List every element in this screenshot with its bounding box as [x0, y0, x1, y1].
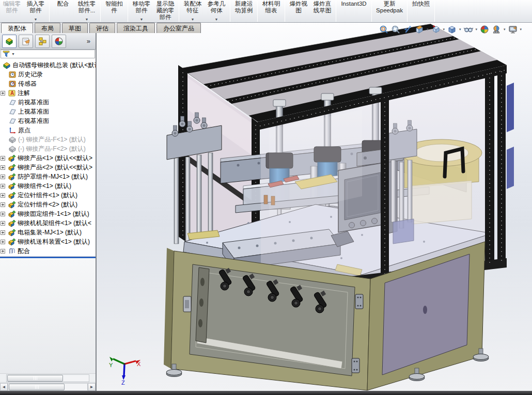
featuremanager-tree-icon[interactable]	[2, 35, 17, 48]
tree-item[interactable]: (-) 铆接产品-F<2> (默认)	[0, 144, 96, 153]
tree-item[interactable]: 前视基准面	[0, 98, 96, 107]
ribbon-button-update-speedpak[interactable]: 更新Speedpak	[373, 0, 405, 23]
apply-scene-icon[interactable]	[491, 24, 502, 35]
tree-item-label: 定位针组件<2> (默认)	[18, 200, 77, 209]
tree-item[interactable]: 历史记录	[0, 70, 96, 79]
tree-item-label: 铆接机送料装置<1> (默认)	[18, 238, 90, 246]
ribbon-button-explode-line-sketch[interactable]: 爆炸直线草图	[310, 0, 334, 23]
ribbon-button-exploded-view[interactable]: 爆炸视图	[287, 0, 310, 23]
tree-expander[interactable]	[1, 193, 5, 198]
tree-item[interactable]: 上视基准面	[0, 107, 96, 116]
tree-item[interactable]: 自动镙母铆接机总装 (默认<默认	[0, 60, 96, 70]
feature-manager-panel: » ▼ 自动镙母铆接机总装 (默认<默认历史记录传感器A注解前视基准面上视基准面…	[0, 33, 96, 391]
ribbon-button-smart-fasteners[interactable]: 智能扣件	[102, 0, 126, 23]
displaymanager-icon[interactable]	[52, 35, 66, 48]
tree-item[interactable]: A注解	[0, 88, 96, 98]
zoom-to-area-icon[interactable]	[390, 24, 401, 35]
dropdown-arrow-icon[interactable]: ▾	[520, 27, 523, 31]
tree-item[interactable]: (-) 铆接产品-F<1> (默认)	[0, 135, 96, 144]
tab-草图[interactable]: 草图	[62, 23, 88, 33]
tree-item[interactable]: 定位针组件<1> (默认)	[0, 191, 96, 200]
tab-办公室产品[interactable]: 办公室产品	[157, 23, 201, 33]
dropdown-arrow-icon[interactable]: ▾	[443, 27, 446, 31]
dropdown-arrow-icon[interactable]: ▾	[503, 27, 506, 31]
assembly-root-icon	[3, 61, 11, 69]
edit-appearance-icon[interactable]	[479, 24, 490, 35]
tree-item[interactable]: 配合	[0, 246, 96, 256]
tab-装配体[interactable]: 装配体	[1, 23, 33, 33]
ribbon-button-new-motion-study[interactable]: 新建运动算例	[232, 0, 256, 23]
display-style-icon[interactable]	[447, 24, 457, 35]
tree-item[interactable]: 铆接固定组件-1<1> (默认)	[0, 209, 96, 218]
tree-expander[interactable]	[1, 175, 5, 179]
tree-expander[interactable]	[1, 212, 5, 216]
tab-评估[interactable]: 评估	[89, 23, 115, 33]
tree-horizontal-scrollbar[interactable]	[0, 373, 96, 382]
tree-expander[interactable]	[1, 202, 5, 207]
tree-expander[interactable]	[1, 165, 5, 170]
tree-item-label: 上视基准面	[18, 107, 49, 116]
ribbon-separator	[257, 1, 258, 22]
previous-view-icon[interactable]	[402, 24, 413, 35]
hide-show-items-icon[interactable]	[463, 24, 474, 35]
dropdown-arrow-icon[interactable]: ▾	[475, 27, 478, 31]
dropdown-arrow-icon[interactable]: ▾	[459, 27, 462, 31]
tree-item[interactable]: 防护罩组件-MJ<1> (默认)	[0, 172, 96, 181]
ribbon-separator	[285, 1, 285, 22]
tree-item[interactable]: 右视基准面	[0, 116, 96, 125]
tree-item-label: 配合	[18, 247, 30, 256]
tree-item-label: 传感器	[18, 80, 37, 88]
tree-filter[interactable]: ▼	[1, 50, 95, 58]
3d-viewport[interactable]: ▾ ▾ ▾ ▾ ▾ ▾	[96, 23, 532, 391]
ribbon-button-show-hidden-components[interactable]: 显示隐藏的零部件	[153, 0, 177, 23]
ribbon-button-move-component[interactable]: 移动零部件▼	[130, 0, 153, 23]
tree-item[interactable]: 铆接产品<1> (默认<<默认>	[0, 153, 96, 163]
scrollbar-thumb[interactable]	[7, 375, 63, 382]
ribbon-button-reference-geometry[interactable]: 参考几何体▼	[205, 0, 228, 23]
tab-渲染工具[interactable]: 渲染工具	[117, 23, 155, 33]
tree-expander[interactable]	[1, 156, 5, 161]
tree-item[interactable]: 原点	[0, 125, 96, 135]
tree-item[interactable]: 铆接组件<1> (默认)	[0, 181, 96, 191]
dropdown-arrow-icon[interactable]: ▾	[426, 27, 429, 31]
ribbon-button-linear-component-pattern[interactable]: 线性零部件...▼	[75, 0, 99, 23]
zoom-to-fit-icon[interactable]	[379, 24, 389, 35]
feature-tree: 自动镙母铆接机总装 (默认<默认历史记录传感器A注解前视基准面上视基准面右视基准…	[0, 58, 96, 256]
ribbon-separator	[49, 1, 50, 22]
section-view-icon[interactable]	[414, 24, 425, 35]
scroll-right-arrow[interactable]: ►	[88, 383, 96, 391]
tree-item-label: 铆接产品<2> (默认<<默认>	[18, 163, 92, 172]
tree-item[interactable]: 定位针组件<2> (默认)	[0, 200, 96, 209]
ribbon-separator	[230, 1, 230, 22]
scrollbar-thumb[interactable]	[9, 384, 65, 390]
tree-item-label: 注解	[18, 89, 30, 98]
tree-item[interactable]: 铆接机机架组件<1> (默认<	[0, 218, 96, 228]
ribbon-button-take-snapshot[interactable]: 拍快照	[409, 0, 433, 23]
tree-expander[interactable]	[1, 240, 5, 244]
view-settings-icon[interactable]	[508, 24, 518, 35]
panel-horizontal-scrollbar[interactable]: ◄ ►	[0, 382, 96, 391]
panel-expand-chevron[interactable]: »	[87, 37, 93, 45]
ribbon-button-instant3d[interactable]: Instant3D	[338, 0, 370, 23]
tree-expander[interactable]	[1, 221, 5, 226]
ribbon-button-mate[interactable]: 配合	[51, 0, 75, 23]
part-gray-icon	[8, 145, 17, 153]
tree-item[interactable]: 传感器	[0, 79, 96, 88]
tree-expander[interactable]	[1, 230, 5, 235]
propertymanager-icon[interactable]	[19, 35, 33, 48]
tree-expander[interactable]	[1, 91, 5, 96]
tree-item[interactable]: 铆接产品<2> (默认<<默认>	[0, 163, 96, 172]
tree-item[interactable]: 铆接机送料装置<1> (默认)	[0, 237, 96, 246]
tab-布局[interactable]: 布局	[35, 23, 60, 33]
ribbon-button-bill-of-materials[interactable]: 材料明细表	[259, 0, 283, 23]
filter-dropdown-arrow[interactable]: ▼	[11, 52, 15, 56]
tree-expander[interactable]	[1, 184, 5, 188]
ribbon-button-insert-components[interactable]: 插入零部件▼	[24, 0, 48, 23]
tree-expander[interactable]	[1, 249, 5, 254]
tree-item[interactable]: 电箱集装-MJ<1> (默认)	[0, 228, 96, 237]
subassembly-icon	[8, 164, 17, 171]
scroll-left-arrow[interactable]: ◄	[0, 383, 8, 391]
configurationmanager-icon[interactable]	[35, 35, 50, 48]
ribbon-button-assembly-features[interactable]: 装配体特征▼	[181, 0, 205, 23]
view-orientation-icon[interactable]	[431, 24, 441, 35]
